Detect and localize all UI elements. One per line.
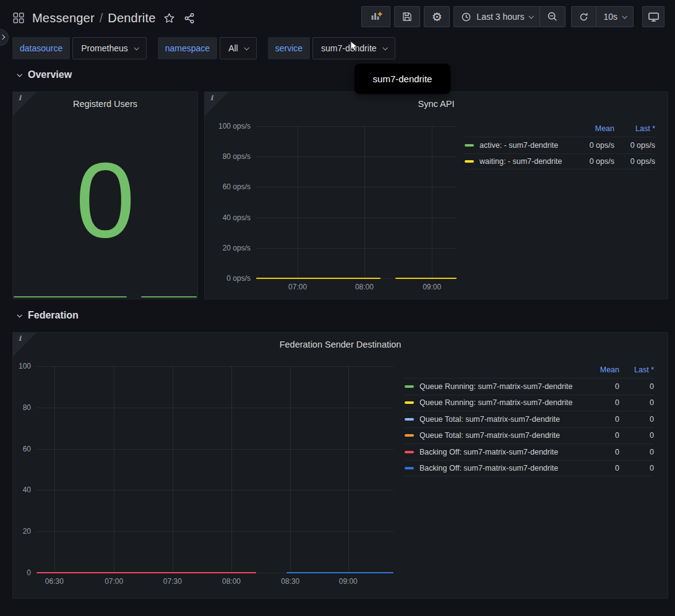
dashboard-toolbar: ⚙ Last 3 hours: [361, 6, 664, 27]
chevron-down-icon: [244, 45, 249, 50]
dashboard-settings-button[interactable]: ⚙: [424, 6, 450, 27]
series-label[interactable]: Queue Running: sum7-matrix-sum7-dendrite: [419, 382, 582, 391]
variable-value-text: sum7-dendrite: [321, 43, 377, 53]
series-color-swatch[interactable]: [405, 434, 414, 437]
panel-title[interactable]: Federation Sender Destination: [13, 333, 668, 356]
series-color-swatch[interactable]: [405, 451, 414, 453]
series-label[interactable]: Backing Off: sum7-matrix-sum7-dendrite: [419, 464, 582, 473]
panel-title[interactable]: Registerd Users: [13, 92, 197, 116]
grid-line-vertical: [290, 366, 291, 573]
save-dashboard-button[interactable]: [394, 6, 420, 27]
refresh-interval-label: 10s: [603, 12, 617, 22]
series-label[interactable]: active: - sum7-dendrite: [479, 141, 569, 150]
refresh-button[interactable]: [572, 7, 596, 27]
breadcrumb-separator: /: [100, 11, 103, 25]
series-mean-value: 0: [582, 398, 619, 407]
legend-row: Queue Running: sum7-matrix-sum7-dendrite…: [405, 378, 654, 395]
clock-icon: [461, 12, 471, 22]
x-axis-tick-label: 06:30: [45, 577, 64, 586]
variable-label-service: service: [268, 37, 310, 59]
panel-title[interactable]: Sync API: [205, 92, 668, 116]
chevron-right-icon: [0, 35, 5, 40]
y-axis-tick-label: 60 ops/s: [223, 182, 251, 191]
series-label[interactable]: Queue Total: sum7-matrix-sum7-dendrite: [419, 431, 582, 440]
grid-line-horizontal: [256, 126, 457, 127]
legend-header-mean[interactable]: Mean: [569, 124, 614, 133]
section-header-overview[interactable]: Overview: [17, 69, 72, 80]
variable-value-service[interactable]: sum7-dendrite: [312, 37, 395, 59]
sync-api-plot-area[interactable]: 100 ops/s80 ops/s60 ops/s40 ops/s20 ops/…: [256, 126, 457, 278]
legend-row: Queue Total: sum7-matrix-sum7-dendrite00: [405, 427, 654, 444]
template-variables-row: datasource Prometheus namespace All serv…: [12, 37, 406, 59]
legend-header-last[interactable]: Last *: [619, 366, 654, 374]
breadcrumb-folder[interactable]: Messenger: [32, 11, 95, 25]
series-mean-value: 0 ops/s: [569, 141, 614, 150]
variable-value-namespace[interactable]: All: [220, 37, 257, 59]
add-panel-icon: [370, 11, 382, 23]
variable-label-datasource: datasource: [12, 37, 70, 59]
y-axis-tick-label: 20: [23, 527, 31, 536]
zoom-out-icon: [547, 11, 558, 22]
grid-line-vertical: [432, 126, 432, 278]
grid-line-horizontal: [37, 531, 393, 532]
series-label[interactable]: Queue Running: sum7-matrix-sum7-dendrite: [419, 398, 582, 407]
x-axis-tick-label: 08:30: [281, 577, 299, 586]
legend-header-last[interactable]: Last *: [614, 124, 655, 133]
star-icon: [163, 12, 175, 24]
series-mean-value: 0: [582, 448, 619, 456]
time-range-picker[interactable]: Last 3 hours: [454, 7, 540, 27]
section-header-federation[interactable]: Federation: [17, 310, 79, 321]
chevron-down-icon: [529, 14, 534, 19]
chevron-down-icon: [17, 312, 22, 317]
section-title: Federation: [28, 310, 79, 321]
series-mean-value: 0 ops/s: [569, 157, 614, 166]
chevron-down-icon: [134, 45, 139, 50]
y-axis-tick-label: 80: [23, 403, 31, 412]
federation-plot-area[interactable]: 10080604020006:3007:0007:3008:0008:3009:…: [37, 366, 393, 573]
series-color-swatch[interactable]: [405, 401, 414, 404]
grid-line-horizontal: [256, 218, 457, 218]
variable-datasource: datasource Prometheus: [12, 37, 147, 59]
zoom-out-time-button[interactable]: [540, 7, 565, 27]
add-panel-button[interactable]: [361, 6, 390, 27]
grid-line-horizontal: [37, 490, 393, 490]
y-axis-tick-label: 20 ops/s: [223, 244, 251, 252]
breadcrumb-dashboard-title: Dendrite: [108, 11, 155, 25]
refresh-interval-dropdown[interactable]: 10s: [596, 7, 633, 27]
variable-value-datasource[interactable]: Prometheus: [72, 37, 146, 59]
series-color-swatch[interactable]: [405, 385, 414, 388]
chevron-down-icon: [382, 45, 387, 50]
x-axis-tick-label: 07:00: [288, 283, 307, 291]
series-label[interactable]: Backing Off: sum7-matrix-sum7-dendrite: [419, 448, 582, 456]
series-label[interactable]: waiting: - sum7-dendrite: [479, 157, 569, 166]
series-color-swatch[interactable]: [465, 160, 474, 163]
series-last-value: 0: [619, 382, 654, 391]
share-icon: [184, 12, 196, 24]
series-line-segment: [286, 572, 393, 573]
y-axis-tick-label: 100: [19, 362, 31, 370]
grid-line-horizontal: [256, 156, 457, 157]
grid-line-horizontal: [37, 449, 393, 450]
series-mean-value: 0: [582, 431, 619, 440]
sidebar-toggle-button[interactable]: [0, 29, 9, 46]
series-line-segment: [395, 278, 457, 279]
stat-value: 0: [13, 117, 197, 283]
series-color-swatch[interactable]: [405, 467, 414, 469]
section-title: Overview: [28, 69, 72, 80]
time-range-label: Last 3 hours: [476, 12, 524, 22]
share-dashboard-button[interactable]: [181, 10, 198, 27]
series-line-segment: [256, 278, 380, 279]
series-last-value: 0: [619, 448, 654, 456]
star-dashboard-button[interactable]: [161, 10, 178, 27]
legend-header-mean[interactable]: Mean: [582, 366, 619, 374]
series-color-swatch[interactable]: [465, 144, 474, 147]
sparkline-segment: [14, 296, 127, 297]
grid-line-vertical: [231, 366, 232, 573]
series-last-value: 0: [619, 464, 654, 473]
x-axis-tick-label: 09:00: [339, 577, 358, 586]
series-label[interactable]: Queue Total: sum7-matrix-sum7-dendrite: [419, 415, 582, 424]
gear-icon: ⚙: [432, 11, 442, 23]
series-color-swatch[interactable]: [405, 418, 414, 421]
breadcrumb: Messenger / Dendrite: [12, 6, 198, 30]
tv-mode-button[interactable]: [642, 6, 664, 27]
